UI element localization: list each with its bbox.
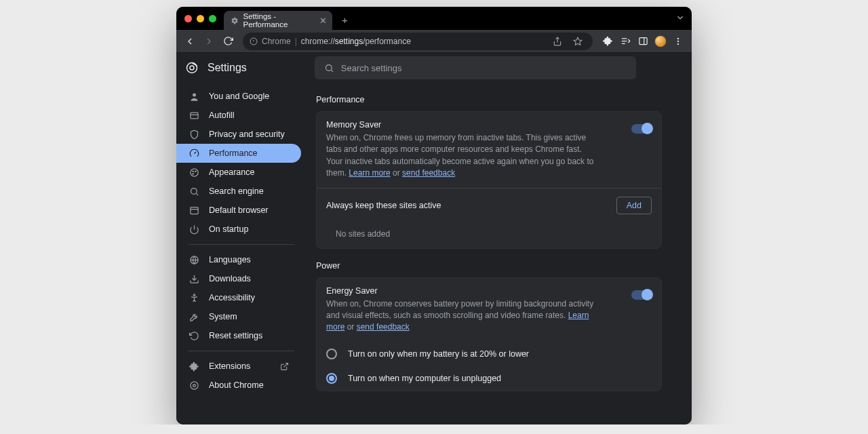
no-sites-text: No sites added (317, 222, 661, 248)
svg-point-23 (193, 171, 193, 172)
address-bar[interactable]: Chrome | chrome://settings/performance (243, 33, 593, 50)
svg-line-27 (196, 193, 198, 195)
accessibility-icon (189, 292, 199, 303)
energy-saver-title: Energy Saver (326, 286, 597, 296)
svg-point-13 (187, 63, 197, 73)
url-host: settings (335, 37, 363, 46)
extensions-icon[interactable] (599, 33, 616, 50)
energy-radio-unplugged[interactable]: Turn on when my computer is unplugged (317, 366, 661, 391)
tab-strip: Settings - Performance ✕ + (176, 7, 692, 30)
window-controls (182, 7, 220, 30)
svg-line-17 (331, 70, 333, 72)
sidebar-item-default-browser[interactable]: Default browser (176, 201, 301, 220)
chrome-icon (189, 380, 199, 391)
settings-appbar: Settings Search settings (176, 53, 692, 83)
memory-saver-description: When on, Chrome frees up memory from ina… (326, 132, 597, 180)
search-settings-input[interactable]: Search settings (315, 56, 636, 79)
person-icon (189, 91, 199, 102)
learn-more-link[interactable]: Learn more (349, 168, 390, 178)
puzzle-icon (189, 361, 199, 372)
sidebar-item-system[interactable]: System (176, 307, 301, 326)
svg-rect-19 (190, 113, 197, 119)
download-icon (189, 273, 199, 284)
send-feedback-link[interactable]: send feedback (357, 322, 410, 332)
site-info-icon[interactable] (250, 37, 258, 45)
back-button[interactable] (182, 33, 198, 50)
shield-icon (189, 129, 199, 140)
section-title-performance: Performance (316, 95, 662, 104)
globe-icon (189, 254, 199, 265)
reading-list-icon[interactable] (617, 33, 633, 50)
sidebar-item-about[interactable]: About Chrome (176, 376, 301, 395)
close-tab-icon[interactable]: ✕ (319, 16, 327, 26)
settings-main: Performance Memory Saver When on, Chrome… (307, 83, 692, 425)
svg-point-16 (326, 64, 332, 71)
sidebar-item-downloads[interactable]: Downloads (176, 269, 301, 288)
browser-window: Settings - Performance ✕ + Chrome | chro… (176, 7, 692, 425)
side-panel-icon[interactable] (635, 33, 651, 50)
power-icon (189, 224, 199, 235)
svg-point-34 (193, 294, 195, 296)
svg-point-14 (190, 66, 194, 70)
forward-button[interactable] (201, 33, 217, 50)
external-link-icon (280, 362, 289, 371)
energy-radio-battery-20[interactable]: Turn on only when my battery is at 20% o… (317, 342, 661, 366)
energy-saver-description: When on, Chrome conserves battery power … (326, 298, 597, 334)
energy-saver-toggle[interactable] (631, 290, 652, 300)
profile-avatar[interactable] (652, 33, 669, 50)
palette-icon (189, 167, 199, 178)
svg-point-24 (195, 171, 195, 172)
browser-toolbar: Chrome | chrome://settings/performance (176, 30, 692, 53)
sidebar-item-privacy[interactable]: Privacy and security (176, 125, 301, 144)
svg-point-11 (677, 40, 679, 41)
svg-point-12 (677, 43, 679, 44)
sidebar-item-autofill[interactable]: Autofill (176, 106, 301, 125)
toolbar-actions (599, 33, 686, 50)
zoom-window-button[interactable] (209, 15, 216, 22)
new-tab-button[interactable]: + (342, 14, 348, 26)
svg-point-25 (193, 173, 193, 174)
memory-saver-toggle[interactable] (631, 124, 652, 134)
sidebar-item-search-engine[interactable]: Search engine (176, 182, 301, 201)
sidebar-item-accessibility[interactable]: Accessibility (176, 288, 301, 307)
add-site-button[interactable]: Add (616, 197, 652, 214)
always-active-title: Always keep these sites active (326, 201, 441, 210)
send-feedback-link[interactable]: send feedback (402, 168, 455, 178)
svg-marker-4 (574, 37, 582, 45)
sidebar-item-on-startup[interactable]: On startup (176, 220, 301, 239)
window-menu-chevron-icon[interactable] (675, 13, 685, 22)
svg-line-21 (194, 152, 196, 154)
svg-rect-8 (639, 38, 646, 45)
sidebar-item-appearance[interactable]: Appearance (176, 163, 301, 182)
minimize-window-button[interactable] (197, 15, 204, 22)
memory-saver-title: Memory Saver (326, 120, 597, 130)
close-window-button[interactable] (184, 15, 192, 22)
tab-title: Settings - Performance (243, 12, 315, 28)
radio-unchecked-icon (326, 349, 337, 359)
sidebar-item-languages[interactable]: Languages (176, 250, 301, 269)
settings-app: Settings Search settings You and Google … (176, 53, 692, 425)
svg-point-26 (191, 188, 197, 194)
chrome-logo-icon (186, 62, 198, 74)
svg-point-18 (193, 93, 196, 96)
gear-icon (229, 15, 239, 26)
search-icon (324, 63, 334, 73)
reset-icon (189, 330, 199, 341)
chrome-menu-icon[interactable] (670, 33, 686, 50)
power-card: Energy Saver When on, Chrome conserves b… (316, 277, 662, 391)
settings-sidebar: You and Google Autofill Privacy and secu… (176, 83, 307, 425)
sidebar-item-extensions[interactable]: Extensions (176, 357, 301, 376)
browser-tab[interactable]: Settings - Performance ✕ (224, 11, 332, 30)
url-prefix: Chrome (262, 37, 291, 46)
reload-button[interactable] (220, 33, 236, 50)
browser-icon (189, 205, 199, 216)
share-icon[interactable] (549, 33, 566, 50)
sidebar-item-performance[interactable]: Performance (176, 144, 301, 163)
url-path: /performance (363, 37, 411, 46)
svg-point-37 (193, 384, 195, 387)
section-title-power: Power (316, 261, 662, 271)
sidebar-item-reset[interactable]: Reset settings (176, 326, 301, 345)
bookmark-icon[interactable] (570, 33, 586, 50)
svg-line-35 (283, 363, 288, 367)
sidebar-item-you-and-google[interactable]: You and Google (176, 87, 301, 106)
